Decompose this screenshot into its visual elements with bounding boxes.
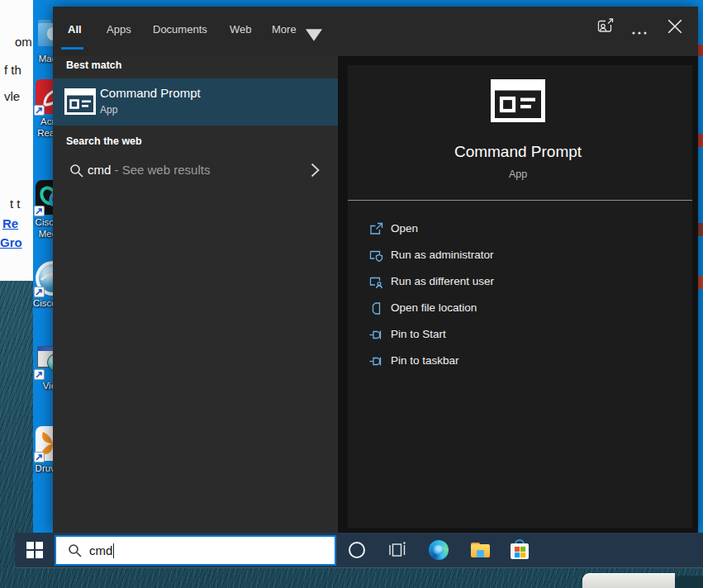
edge-icon-fragment xyxy=(698,223,703,236)
best-match-header: Best match xyxy=(66,59,121,71)
tab-apps[interactable]: Apps xyxy=(107,23,131,36)
pin-icon xyxy=(369,328,383,342)
task-view-icon[interactable] xyxy=(388,541,406,559)
chevron-down-icon xyxy=(306,27,322,44)
run-as-user-icon xyxy=(369,275,383,289)
action-pin-to-taskbar[interactable]: Pin to taskbar xyxy=(338,348,698,374)
action-label: Run as administrator xyxy=(391,242,494,268)
search-icon xyxy=(69,164,83,178)
command-prompt-icon-large xyxy=(491,79,545,122)
shortcut-arrow-icon xyxy=(35,106,44,115)
document-hyperlink[interactable]: Gro xyxy=(0,235,22,249)
shortcut-arrow-icon xyxy=(35,370,44,379)
background-gray-window-corner xyxy=(582,573,675,588)
web-search-result[interactable]: cmd - See web results xyxy=(53,154,338,187)
windows-search-flyout: All Apps Documents Web More xyxy=(53,7,698,533)
best-match-result-command-prompt[interactable]: Command Prompt App xyxy=(53,78,338,126)
result-detail-panel: Command Prompt App Open xyxy=(338,56,698,533)
text-caret xyxy=(113,543,114,558)
document-text: f th xyxy=(4,63,21,77)
microsoft-store-icon[interactable] xyxy=(511,539,529,559)
wallpaper-dark-patch xyxy=(675,576,703,588)
action-label: Pin to Start xyxy=(391,321,446,348)
user-account-icon[interactable] xyxy=(597,18,614,35)
action-run-as-different-user[interactable]: Run as different user xyxy=(338,268,698,295)
search-input-value: cmd xyxy=(89,543,112,557)
action-label: Open xyxy=(391,216,418,242)
background-document-window: om f th vle t t Re Gro xyxy=(0,0,35,281)
action-run-as-administrator[interactable]: Run as administrator xyxy=(338,242,698,268)
file-location-icon xyxy=(369,301,383,315)
more-options-icon[interactable] xyxy=(631,25,648,41)
action-pin-to-start[interactable]: Pin to Start xyxy=(338,321,698,348)
edge-icon-fragment xyxy=(698,45,703,56)
result-type: App xyxy=(100,104,117,116)
action-open-file-location[interactable]: Open file location xyxy=(338,295,698,321)
action-label: Open file location xyxy=(391,295,477,321)
shortcut-arrow-icon xyxy=(35,206,44,216)
tab-documents[interactable]: Documents xyxy=(153,23,207,36)
start-button[interactable] xyxy=(15,533,55,568)
cortana-icon[interactable] xyxy=(349,542,365,558)
action-label: Pin to taskbar xyxy=(391,348,459,374)
taskbar-search-input[interactable]: cmd xyxy=(55,535,336,566)
run-as-admin-icon xyxy=(369,249,383,263)
search-filter-bar: All Apps Documents Web More xyxy=(53,7,698,56)
close-icon[interactable] xyxy=(667,18,683,35)
document-hyperlink[interactable]: Re xyxy=(2,216,18,230)
search-the-web-header: Search the web xyxy=(66,135,142,147)
web-suffix: - See web results xyxy=(115,163,211,177)
tab-web[interactable]: Web xyxy=(230,23,252,36)
document-text: vle xyxy=(4,89,20,103)
document-text: t t xyxy=(10,197,21,211)
edge-browser-icon[interactable] xyxy=(429,540,449,560)
action-label: Run as different user xyxy=(391,268,494,295)
search-icon xyxy=(68,543,82,557)
tab-more[interactable]: More xyxy=(272,23,297,36)
edge-icon-fragment xyxy=(698,276,703,289)
detail-divider xyxy=(348,200,692,201)
search-results-panel: Best match Command Prompt App Search the… xyxy=(53,56,338,533)
file-explorer-icon[interactable] xyxy=(471,543,490,557)
edge-icon-fragment xyxy=(698,134,703,147)
open-icon xyxy=(369,222,383,236)
tab-all[interactable]: All xyxy=(68,23,82,36)
desktop-screen: om f th vle t t Re Gro Mac Fi xyxy=(0,0,703,588)
action-open[interactable]: Open xyxy=(338,216,698,242)
command-prompt-icon xyxy=(64,88,96,115)
shortcut-arrow-icon xyxy=(35,453,44,462)
pin-icon xyxy=(369,354,383,368)
document-text: om xyxy=(15,35,32,49)
result-title: Command Prompt xyxy=(100,86,201,100)
windows-logo-icon xyxy=(26,542,43,558)
web-query: cmd xyxy=(88,163,111,177)
detail-subtitle: App xyxy=(338,168,698,180)
active-tab-underline xyxy=(61,47,83,50)
shortcut-arrow-icon xyxy=(35,287,44,296)
chevron-right-icon[interactable] xyxy=(311,163,320,178)
detail-title: Command Prompt xyxy=(338,143,698,161)
